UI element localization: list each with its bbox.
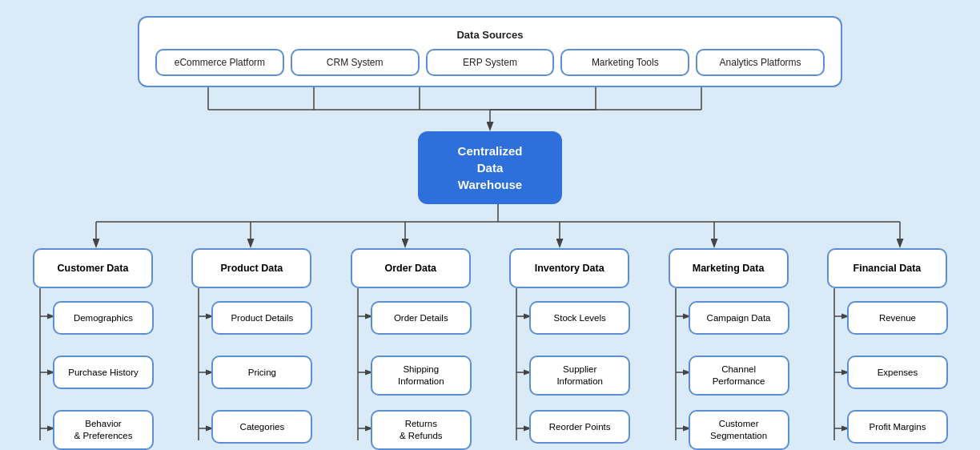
leaf-order-details: Order Details	[371, 301, 472, 335]
column-customer: Customer Data Demographics	[24, 248, 162, 450]
column-product: Product Data Product Details Pricing Cat…	[183, 248, 320, 450]
top-section: Data Sources eCommerce Platform CRM Syst…	[18, 16, 962, 87]
lower-connectors	[18, 204, 962, 248]
leaf-profit: Profit Margins	[847, 410, 948, 444]
columns-row: Customer Data Demographics	[18, 248, 962, 450]
sources-title: Data Sources	[155, 29, 825, 41]
source-marketing: Marketing Tools	[560, 49, 689, 76]
leaf-reorder: Reorder Points	[529, 410, 630, 444]
leaf-returns: Returns& Refunds	[371, 410, 472, 450]
leaf-purchase-history: Purchase History	[53, 356, 154, 389]
column-financial: Financial Data Revenue Expenses Profit M…	[818, 248, 956, 450]
source-ecommerce: eCommerce Platform	[155, 49, 284, 76]
customer-children-area: Demographics Purchase History Behavior& …	[24, 288, 162, 450]
financial-children-area: Revenue Expenses Profit Margins	[818, 288, 956, 450]
leaf-pricing: Pricing	[211, 356, 312, 389]
leaf-behavior: Behavior& Preferences	[53, 410, 154, 450]
leaf-segmentation: CustomerSegmentation	[689, 410, 789, 450]
column-inventory: Inventory Data Stock Levels SupplierInfo…	[500, 248, 638, 450]
leaf-shipping: ShippingInformation	[371, 356, 472, 396]
leaf-revenue: Revenue	[847, 301, 948, 335]
category-product: Product Data	[191, 248, 311, 288]
order-children-area: Order Details ShippingInformation Return…	[342, 288, 480, 450]
leaf-stock-levels: Stock Levels	[529, 301, 630, 335]
category-inventory: Inventory Data	[509, 248, 629, 288]
marketing-children-area: Campaign Data ChannelPerformance Custome…	[660, 288, 797, 450]
inventory-children-area: Stock Levels SupplierInformation Reorder…	[500, 288, 638, 450]
sources-box: Data Sources eCommerce Platform CRM Syst…	[138, 16, 842, 87]
category-marketing: Marketing Data	[669, 248, 789, 288]
leaf-campaign: Campaign Data	[689, 301, 789, 335]
lower-connector-svg	[18, 204, 978, 248]
leaf-demographics: Demographics	[53, 301, 154, 335]
leaf-product-details: Product Details	[211, 301, 312, 335]
top-connector-svg	[138, 87, 842, 131]
sources-row: eCommerce Platform CRM System ERP System…	[155, 49, 825, 76]
product-children-area: Product Details Pricing Categories	[183, 288, 320, 450]
leaf-expenses: Expenses	[847, 356, 948, 389]
column-marketing: Marketing Data Campaign Data ChannelPerf…	[660, 248, 797, 450]
diagram: Data Sources eCommerce Platform CRM Syst…	[10, 0, 970, 450]
category-customer: Customer Data	[33, 248, 153, 288]
warehouse-node: CentralizedData Warehouse	[418, 131, 562, 204]
category-order: Order Data	[351, 248, 471, 288]
source-erp: ERP System	[426, 49, 555, 76]
leaf-channel: ChannelPerformance	[689, 356, 789, 396]
warehouse-wrap: CentralizedData Warehouse	[18, 131, 962, 204]
category-financial: Financial Data	[827, 248, 947, 288]
source-crm: CRM System	[291, 49, 420, 76]
column-order: Order Data Order Details ShippingInforma…	[342, 248, 480, 450]
leaf-supplier: SupplierInformation	[529, 356, 630, 396]
leaf-categories: Categories	[211, 410, 312, 444]
source-analytics: Analytics Platforms	[696, 49, 825, 76]
top-connectors	[138, 87, 842, 131]
